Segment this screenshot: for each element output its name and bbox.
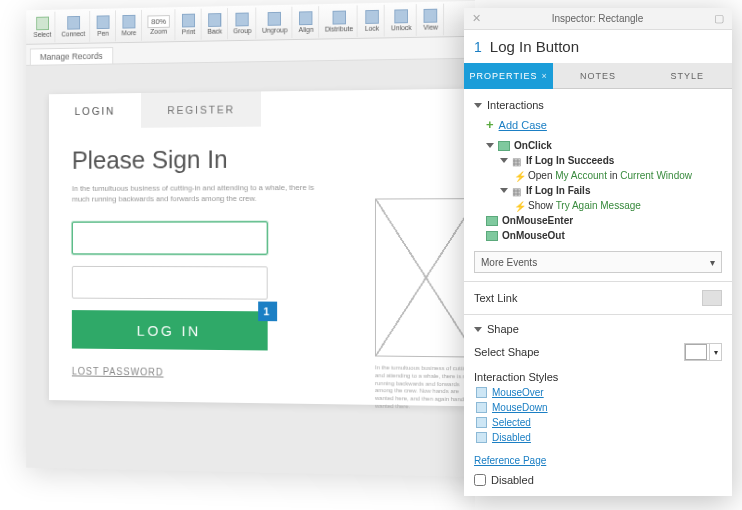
tool-select[interactable]: Select: [30, 11, 56, 42]
bolt-icon: ⚡: [514, 201, 524, 211]
page-icon[interactable]: ▢: [714, 12, 724, 25]
tool-zoom[interactable]: 80%Zoom: [143, 9, 175, 41]
reference-page-link[interactable]: Reference Page: [474, 451, 722, 470]
login-button[interactable]: LOG IN 1: [72, 310, 268, 350]
tool-unlock[interactable]: Unlock: [387, 4, 417, 36]
tab-properties[interactable]: PROPERTIES×: [464, 63, 553, 89]
event-icon: [486, 216, 498, 226]
inspector-title: Inspector: Rectangle: [552, 13, 644, 24]
tool-connect[interactable]: Connect: [58, 10, 90, 41]
select-shape-dropdown[interactable]: ▾: [684, 343, 722, 361]
action-open[interactable]: ⚡Open My Account in Current Window: [486, 168, 722, 183]
chevron-down-icon: ▾: [710, 257, 715, 268]
shape-swatch: [685, 344, 707, 360]
login-button-label: LOG IN: [137, 322, 201, 339]
disabled-label: Disabled: [491, 474, 534, 486]
case-succeeds[interactable]: ▦If Log In Succeeds: [486, 153, 722, 168]
tool-more[interactable]: More: [117, 9, 141, 40]
widget-name[interactable]: Log In Button: [490, 38, 579, 55]
password-input[interactable]: [72, 266, 268, 300]
login-card: LOGIN REGISTER Please Sign In In the tum…: [49, 88, 475, 407]
disabled-checkbox[interactable]: [474, 474, 486, 486]
plus-icon: +: [486, 117, 494, 132]
inspector-panel: ✕ Inspector: Rectangle ▢ 1 Log In Button…: [464, 8, 732, 496]
event-onmouseenter[interactable]: OnMouseEnter: [486, 213, 722, 228]
file-tab-active[interactable]: Manage Records: [30, 47, 113, 65]
event-icon: [498, 141, 510, 151]
tool-group[interactable]: Group: [229, 7, 256, 39]
tab-notes[interactable]: NOTES: [553, 63, 642, 89]
page-surface: LOGIN REGISTER Please Sign In In the tum…: [26, 58, 475, 478]
action-show[interactable]: ⚡Show Try Again Message: [486, 198, 722, 213]
tab-close-icon[interactable]: ×: [541, 71, 547, 81]
style-icon: [476, 417, 487, 428]
text-link-button[interactable]: [702, 290, 722, 306]
heading: Please Sign In: [72, 142, 471, 175]
more-events-dropdown[interactable]: More Events▾: [474, 251, 722, 273]
style-mousedown[interactable]: MouseDown: [476, 400, 722, 415]
interaction-tree: OnClick ▦If Log In Succeeds ⚡Open My Acc…: [474, 138, 722, 243]
event-onmouseout[interactable]: OnMouseOut: [486, 228, 722, 243]
bolt-icon: ⚡: [514, 171, 524, 181]
tool-align[interactable]: Align: [294, 6, 319, 38]
select-shape-label: Select Shape: [474, 346, 539, 358]
style-mouseover[interactable]: MouseOver: [476, 385, 722, 400]
subheading: In the tumultuous business of cutting-in…: [72, 182, 315, 205]
disabled-checkbox-row[interactable]: Disabled: [474, 470, 722, 490]
username-input[interactable]: [72, 222, 268, 255]
event-icon: [486, 231, 498, 241]
tab-login[interactable]: LOGIN: [49, 93, 141, 129]
case-icon: ▦: [512, 156, 522, 166]
text-link-row[interactable]: Text Link: [474, 286, 722, 310]
add-case[interactable]: +Add Case: [474, 115, 722, 138]
style-icon: [476, 432, 487, 443]
tool-ungroup[interactable]: Ungroup: [258, 6, 292, 38]
tab-style[interactable]: STYLE: [643, 63, 732, 89]
inspector-titlebar[interactable]: ✕ Inspector: Rectangle ▢: [464, 8, 732, 30]
tool-view[interactable]: View: [419, 3, 444, 35]
interaction-styles-list: MouseOver MouseDown Selected Disabled: [474, 383, 722, 451]
design-canvas: Select Connect Pen More 80%Zoom Print Ba…: [26, 0, 475, 478]
style-icon: [476, 387, 487, 398]
image-caption: In the tumultuous business of cutting-in…: [375, 364, 475, 412]
tool-distribute[interactable]: Distribute: [321, 5, 358, 37]
chevron-down-icon: ▾: [709, 344, 721, 360]
event-onclick[interactable]: OnClick: [486, 138, 722, 153]
tool-lock[interactable]: Lock: [360, 4, 385, 36]
footnote-badge[interactable]: 1: [258, 302, 277, 322]
tool-back[interactable]: Back: [203, 8, 227, 40]
section-shape[interactable]: Shape: [474, 319, 722, 339]
close-icon[interactable]: ✕: [472, 12, 481, 25]
tool-print[interactable]: Print: [177, 8, 201, 40]
image-placeholder[interactable]: [375, 198, 475, 357]
widget-index: 1: [474, 39, 482, 55]
section-interactions[interactable]: Interactions: [474, 95, 722, 115]
style-selected[interactable]: Selected: [476, 415, 722, 430]
style-icon: [476, 402, 487, 413]
tool-pen[interactable]: Pen: [92, 10, 116, 41]
tab-register[interactable]: REGISTER: [141, 91, 261, 127]
interaction-styles-label: Interaction Styles: [474, 365, 722, 383]
case-fails[interactable]: ▦If Log In Fails: [486, 183, 722, 198]
case-icon: ▦: [512, 186, 522, 196]
style-disabled[interactable]: Disabled: [476, 430, 722, 445]
